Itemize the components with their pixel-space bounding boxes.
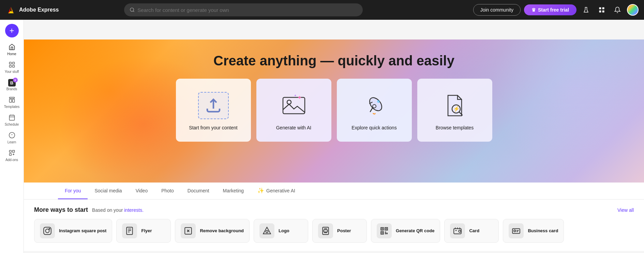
tab-social-media[interactable]: Social media	[88, 183, 129, 199]
svg-point-28	[287, 100, 291, 104]
learn-icon	[9, 132, 15, 140]
qa-poster-label: Poster	[337, 228, 351, 234]
start-trial-button[interactable]: ♛ Start free trial	[524, 4, 576, 15]
generative-ai-tab-icon: ✨	[257, 187, 264, 194]
logo-icon	[259, 223, 274, 238]
svg-text:✦: ✦	[297, 95, 302, 100]
svg-rect-10	[602, 11, 604, 13]
sidebar-home-label: Home	[7, 52, 16, 56]
search-icon	[130, 7, 135, 13]
generate-ai-card[interactable]: ✦ ✦ Generate with AI	[256, 79, 331, 142]
svg-rect-56	[381, 232, 383, 233]
qa-flyer[interactable]: Flyer	[116, 219, 171, 243]
apps-icon-button[interactable]	[596, 4, 608, 16]
notifications-icon-button[interactable]	[611, 4, 624, 16]
browse-templates-card[interactable]: ⚡ Browse templates	[417, 79, 492, 142]
sidebar-your-stuff-label: Your stuff	[5, 70, 19, 74]
svg-rect-58	[385, 232, 386, 233]
svg-rect-61	[454, 229, 462, 234]
sidebar-item-add-ons[interactable]: Add-ons	[1, 147, 23, 164]
top-navigation: Adobe Express Join community ♛ Start fre…	[0, 0, 644, 20]
qa-card[interactable]: Card	[444, 219, 499, 243]
tab-photo[interactable]: Photo	[154, 183, 181, 199]
tab-video[interactable]: Video	[129, 183, 155, 199]
add-button[interactable]: +	[5, 24, 19, 37]
svg-rect-11	[9, 62, 11, 64]
svg-rect-54	[381, 228, 383, 229]
sidebar-item-schedule[interactable]: Schedule	[1, 112, 23, 128]
hero-section: Create anything — quickly and easily Sta…	[24, 39, 644, 183]
join-community-button[interactable]: Join community	[473, 4, 521, 16]
flyer-icon	[122, 223, 137, 238]
search-bar	[124, 3, 363, 16]
svg-point-68	[514, 230, 515, 232]
svg-text:✦: ✦	[294, 94, 297, 97]
qa-logo-label: Logo	[279, 228, 289, 234]
nav-right: Join community ♛ Start free trial	[473, 4, 639, 16]
sidebar-brands-label: Brands	[6, 87, 17, 91]
svg-rect-49	[324, 230, 328, 232]
qa-remove-bg-label: Remove background	[200, 228, 244, 234]
addons-icon	[9, 149, 15, 157]
start-content-label: Start from your content	[189, 125, 237, 130]
svg-point-39	[49, 228, 50, 230]
main-content: Create anything — quickly and easily Sta…	[24, 39, 644, 251]
qa-flyer-label: Flyer	[141, 228, 152, 234]
premium-badge: ♛	[13, 78, 18, 82]
sidebar-item-learn[interactable]: Learn	[1, 130, 23, 146]
sidebar-item-home[interactable]: Home	[1, 42, 23, 58]
qa-qr-label: Generate QR code	[396, 228, 434, 234]
qa-instagram[interactable]: Instagram square post	[34, 219, 112, 243]
sidebar-learn-label: Learn	[8, 140, 16, 144]
quick-actions-card[interactable]: Explore quick actions	[337, 79, 412, 142]
qa-business-card[interactable]: Business card	[503, 219, 564, 243]
svg-rect-25	[9, 151, 11, 153]
svg-rect-18	[9, 115, 14, 120]
svg-rect-12	[12, 62, 14, 64]
qa-logo[interactable]: Logo	[254, 219, 308, 243]
search-input[interactable]	[137, 7, 357, 13]
quick-actions-list: Instagram square post Flyer	[34, 219, 634, 244]
svg-point-63	[459, 230, 461, 233]
upload-card-icon	[198, 90, 229, 121]
business-card-icon	[509, 223, 524, 238]
sidebar-item-templates[interactable]: Templates	[1, 94, 23, 111]
svg-point-46	[266, 231, 268, 233]
user-avatar[interactable]	[627, 4, 639, 16]
logo-area: Adobe Express	[5, 4, 67, 15]
start-content-card[interactable]: Start from your content	[176, 79, 251, 142]
browse-card-icon: ⚡	[439, 90, 470, 121]
ai-card-icon: ✦ ✦	[279, 90, 309, 121]
svg-rect-16	[9, 99, 12, 102]
qa-remove-bg[interactable]: Remove background	[175, 219, 250, 243]
content-tabs: For you Social media Video Photo Documen…	[24, 183, 644, 200]
qa-poster[interactable]: Poster	[312, 219, 367, 243]
svg-rect-59	[387, 233, 388, 234]
crown-icon: ♛	[531, 7, 536, 13]
sidebar: + Home Your stuff B ♛ Brands	[0, 20, 24, 251]
poster-icon	[318, 223, 333, 238]
hero-content: Create anything — quickly and easily Sta…	[24, 39, 644, 152]
tabs-list: For you Social media Video Photo Documen…	[58, 183, 610, 199]
svg-rect-7	[599, 7, 601, 10]
tab-document[interactable]: Document	[181, 183, 216, 199]
tab-marketing[interactable]: Marketing	[216, 183, 251, 199]
svg-point-31	[367, 95, 384, 113]
interests-link[interactable]: interests.	[124, 207, 144, 213]
qr-code-icon	[377, 223, 392, 238]
view-all-button[interactable]: View all	[617, 207, 634, 213]
apps-icon	[598, 6, 605, 13]
svg-line-6	[133, 11, 134, 12]
flask-icon	[583, 6, 589, 13]
flask-icon-button[interactable]	[580, 4, 592, 16]
qa-qr-code[interactable]: Generate QR code	[371, 219, 440, 243]
tab-generative-ai[interactable]: ✨ Generative AI	[251, 183, 302, 199]
tab-for-you[interactable]: For you	[58, 183, 88, 199]
sidebar-item-brands[interactable]: B ♛ Brands	[1, 77, 23, 93]
more-ways-section: More ways to start Based on your interes…	[24, 200, 644, 251]
sidebar-item-your-stuff[interactable]: Your stuff	[1, 59, 23, 76]
svg-rect-15	[9, 97, 14, 98]
svg-rect-55	[386, 228, 387, 229]
sidebar-schedule-label: Schedule	[5, 123, 19, 126]
hero-cards: Start from your content ✦ ✦	[38, 79, 630, 142]
